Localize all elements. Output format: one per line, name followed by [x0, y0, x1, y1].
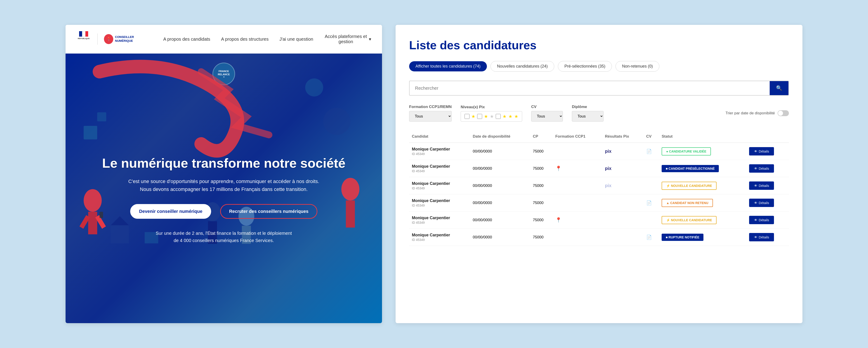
- star1-icon: ★: [471, 114, 475, 119]
- formation-cell: [553, 194, 602, 212]
- details-button[interactable]: 👁 Détails: [749, 233, 774, 241]
- svg-line-7: [97, 216, 104, 227]
- formation-select[interactable]: Tous: [409, 111, 452, 122]
- niveau-label: Niveau(x) Pix: [461, 105, 522, 109]
- svg-point-3: [323, 108, 350, 135]
- candidate-cell: Monique Carpentier ID 45349: [409, 160, 470, 177]
- candidate-id: ID 45349: [412, 221, 467, 224]
- republic-logo: RÉPUBLIQUE: [76, 31, 91, 47]
- pix-cell: pix: [602, 143, 644, 160]
- candidate-name: Monique Carpentier: [412, 164, 467, 169]
- cn-text: CONSEILLER NUMÉRIQUE: [115, 35, 150, 43]
- svg-point-4: [84, 189, 102, 212]
- star3-checkbox[interactable]: [496, 114, 501, 119]
- status-badge: ▲ CANDIDAT NON RETENU: [662, 199, 713, 207]
- table-row: Monique Carpentier ID 45349 00/00/0000 7…: [409, 177, 789, 194]
- filters-row: Formation CCP1/REMN Tous Niveau(x) Pix ★…: [409, 105, 789, 122]
- nav-structures[interactable]: A propos des structures: [221, 37, 269, 42]
- status-cell: ● CANDIDATURE VALIDÉE: [659, 143, 746, 160]
- trier-label: Trier par date de disponibilité: [725, 111, 775, 116]
- niveau-filter: Niveau(x) Pix ★ ★ ★ ★ ★ ★: [461, 105, 522, 122]
- star2-checkbox[interactable]: [477, 114, 482, 119]
- candidate-cell: Monique Carpentier ID 45349: [409, 194, 470, 212]
- cv-file-icon: 📄: [646, 149, 652, 154]
- star3a-icon: ★: [502, 114, 506, 119]
- details-button[interactable]: 👁 Détails: [749, 199, 774, 207]
- pix-logo: pix: [605, 166, 612, 171]
- status-cell: ■ RUPTURE NOTIFIÉE: [659, 229, 746, 246]
- date-cell: 00/00/0000: [470, 143, 530, 160]
- cp-cell: 75000: [530, 177, 553, 194]
- formation-cell: 📍: [553, 160, 602, 177]
- status-cell: ▲ CANDIDAT NON RETENU: [659, 194, 746, 212]
- candidate-cell: Monique Carpentier ID 45349: [409, 229, 470, 246]
- cv-select[interactable]: Tous: [531, 111, 563, 122]
- details-button[interactable]: 👁 Détails: [749, 216, 774, 224]
- col-date: Date de disponibilité: [470, 131, 530, 143]
- eye-icon: 👁: [754, 235, 757, 239]
- cv-cell: 📄: [644, 143, 659, 160]
- search-icon: 🔍: [776, 85, 782, 91]
- actions-cell: 👁 Détails: [746, 177, 789, 194]
- svg-rect-0: [84, 126, 97, 139]
- search-input[interactable]: [410, 82, 770, 95]
- nav-candidats[interactable]: A propos des candidats: [163, 37, 210, 42]
- nav-question[interactable]: J'ai une question: [279, 37, 313, 42]
- svg-rect-14: [111, 225, 129, 243]
- location-pin-icon: 📍: [555, 166, 561, 171]
- candidate-cell: Monique Carpentier ID 45349: [409, 143, 470, 160]
- tab-preselect[interactable]: Pré-sélectionnées (35): [558, 61, 612, 72]
- candidate-name: Monique Carpentier: [412, 233, 467, 238]
- chevron-down-icon: ▾: [369, 36, 371, 42]
- cv-file-icon: 📄: [646, 200, 652, 205]
- tab-nouvelles[interactable]: Nouvelles candidatures (24): [491, 61, 554, 72]
- candidate-id: ID 45349: [412, 152, 467, 156]
- svg-line-6: [81, 216, 88, 227]
- svg-marker-15: [111, 216, 129, 225]
- candidate-cell: Monique Carpentier ID 45349: [409, 212, 470, 229]
- details-button[interactable]: 👁 Détails: [749, 147, 774, 155]
- status-badge: ■ RUPTURE NOTIFIÉE: [662, 234, 703, 241]
- formation-cell: [553, 229, 602, 246]
- col-formation: Formation CCP1: [553, 131, 602, 143]
- eye-icon: 👁: [754, 166, 757, 170]
- table-row: Monique Carpentier ID 45349 00/00/0000 7…: [409, 212, 789, 229]
- filter-tabs: Afficher toutes les candidatures (74) No…: [409, 61, 789, 72]
- location-pin-icon: 📍: [555, 217, 561, 223]
- nav-acces[interactable]: Accès plateformes et gestion ▾: [324, 34, 371, 44]
- actions-cell: 👁 Détails: [746, 212, 789, 229]
- hero-title: Le numérique transforme notre société: [102, 155, 345, 171]
- candidate-id: ID 45349: [412, 238, 467, 242]
- hero-subtitle: C'est une source d'opportunités pour app…: [122, 178, 326, 193]
- svg-rect-17: [99, 212, 103, 218]
- trier-toggle[interactable]: [778, 110, 789, 116]
- status-cell: ■ CANDIDAT PRÉSÉLECTIONNÉ: [659, 160, 746, 177]
- cv-cell: [644, 212, 659, 229]
- col-pix: Résultats Pix: [602, 131, 644, 143]
- diplome-select[interactable]: Tous: [572, 111, 603, 122]
- pix-cell: pix: [602, 177, 644, 194]
- diplome-label: Diplôme: [572, 105, 603, 109]
- recruter-btn[interactable]: Recruter des conseillers numériques: [220, 204, 317, 219]
- star1-checkbox[interactable]: [465, 114, 469, 119]
- details-button[interactable]: 👁 Détails: [749, 164, 774, 172]
- cv-cell: 📄: [644, 229, 659, 246]
- eye-icon: 👁: [754, 184, 757, 188]
- candidate-name: Monique Carpentier: [412, 198, 467, 203]
- date-cell: 00/00/0000: [470, 229, 530, 246]
- candidate-name: Monique Carpentier: [412, 147, 467, 152]
- cv-cell: [644, 177, 659, 194]
- candidate-name: Monique Carpentier: [412, 216, 467, 220]
- date-cell: 00/00/0000: [470, 212, 530, 229]
- pix-cell: pix: [602, 160, 644, 177]
- details-button[interactable]: 👁 Détails: [749, 182, 774, 190]
- candidate-cell: Monique Carpentier ID 45349: [409, 177, 470, 194]
- table-header-row: Candidat Date de disponibilité CP Format…: [409, 131, 789, 143]
- candidates-table: Candidat Date de disponibilité CP Format…: [409, 131, 789, 246]
- cp-cell: 75000: [530, 160, 553, 177]
- tab-nonretenu[interactable]: Non-retenues (0): [616, 61, 659, 72]
- top-nav: RÉPUBLIQUE 📍 CONSEILLER NUMÉRIQUE A prop…: [66, 25, 382, 54]
- tab-all[interactable]: Afficher toutes les candidatures (74): [409, 61, 487, 71]
- devenir-btn[interactable]: Devenir conseiller numérique: [130, 204, 211, 219]
- search-button[interactable]: 🔍: [770, 81, 788, 95]
